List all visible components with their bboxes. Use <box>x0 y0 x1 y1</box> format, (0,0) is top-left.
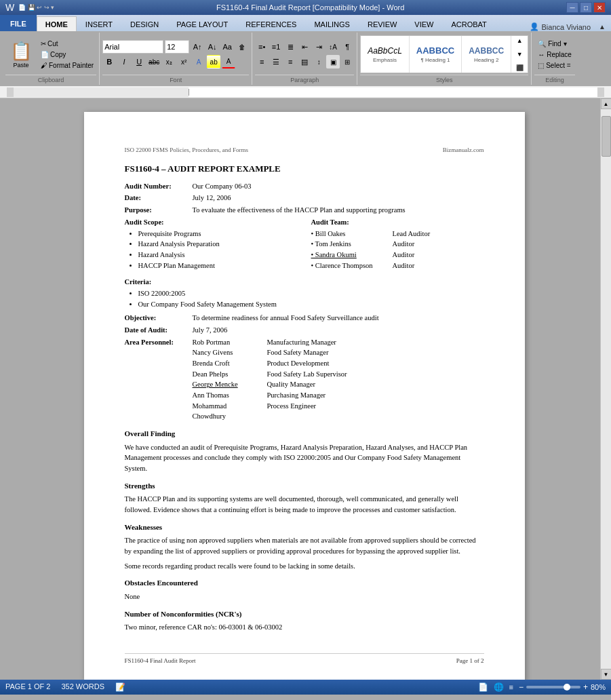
font-size-input[interactable] <box>165 40 189 54</box>
borders-button[interactable]: ⊞ <box>340 55 354 69</box>
style-heading1[interactable]: AABBCC ¶ Heading 1 <box>410 35 462 73</box>
font-name-input[interactable] <box>102 40 163 54</box>
scroll-down-button[interactable]: ▼ <box>601 669 612 680</box>
tab-home[interactable]: HOME <box>37 16 77 31</box>
shading-button[interactable]: ▣ <box>326 55 340 69</box>
align-center-button[interactable]: ☰ <box>269 55 283 69</box>
area-personnel-label: Area Personnel: <box>125 338 193 423</box>
ribbon-collapse-icon[interactable]: ▲ <box>599 23 606 31</box>
find-icon: 🔍 <box>538 40 546 47</box>
scroll-up-button[interactable]: ▲ <box>601 98 612 109</box>
tab-page-layout[interactable]: PAGE LAYOUT <box>167 16 237 31</box>
zoom-slider[interactable] <box>526 686 580 688</box>
change-case-button[interactable]: Aa <box>220 40 234 54</box>
text-highlight-button[interactable]: ab <box>207 55 220 69</box>
find-button[interactable]: 🔍 Find ▾ <box>534 39 575 49</box>
tab-insert[interactable]: INSERT <box>77 16 121 31</box>
tab-references[interactable]: REFERENCES <box>237 16 305 31</box>
close-button[interactable]: ✕ <box>593 2 606 13</box>
tab-acrobat[interactable]: ACROBAT <box>442 16 495 31</box>
italic-button[interactable]: I <box>117 55 131 69</box>
purpose-row: Purpose: To evaluate the effectiveness o… <box>125 206 484 216</box>
align-left-button[interactable]: ≡ <box>255 55 269 69</box>
view-web-icon[interactable]: 🌐 <box>494 682 504 692</box>
paragraph-label: Paragraph <box>255 75 354 83</box>
audit-scope-list: Prerequisite Programs Hazard Analysis Pr… <box>125 229 298 271</box>
find-arrow: ▾ <box>564 40 567 47</box>
maximize-button[interactable]: □ <box>580 2 592 13</box>
copy-label: Copy <box>50 51 66 58</box>
multilevel-button[interactable]: ≣ <box>283 40 297 54</box>
view-outline-icon[interactable]: ≡ <box>509 683 513 691</box>
decrease-indent-button[interactable]: ⇤ <box>298 40 311 54</box>
audit-scope-label: Audit Scope: <box>125 218 298 228</box>
replace-button[interactable]: ↔ Replace <box>534 50 575 60</box>
select-button[interactable]: ⬚ Select = <box>534 60 575 71</box>
team-member-row: • Sandra Okumi Auditor <box>311 250 484 260</box>
tab-review[interactable]: REVIEW <box>359 16 406 31</box>
minimize-button[interactable]: ─ <box>566 2 578 13</box>
purpose-label: Purpose: <box>125 206 193 216</box>
format-painter-button[interactable]: 🖌 Format Painter <box>38 60 96 71</box>
show-hide-button[interactable]: ¶ <box>340 40 354 54</box>
person-row: George Mencke Quality Manager <box>193 380 347 390</box>
tab-design[interactable]: DESIGN <box>121 16 167 31</box>
text-effects-button[interactable]: A <box>192 55 205 69</box>
list-item: Hazard Analysis Preparation <box>138 239 298 250</box>
date-of-audit-value: July 7, 2006 <box>193 326 484 336</box>
line-spacing-button[interactable]: ↕ <box>312 55 326 69</box>
scope-team-section: Audit Scope: Prerequisite Programs Hazar… <box>125 218 484 273</box>
cut-button[interactable]: ✂ Cut <box>38 39 96 49</box>
ruler: 1 2 3 4 5 <box>0 86 611 98</box>
paste-icon: 📋 <box>10 41 32 62</box>
justify-button[interactable]: ▤ <box>298 55 311 69</box>
copy-button[interactable]: 📄 Copy <box>38 50 96 60</box>
zoom-thumb <box>564 684 570 691</box>
format-painter-label: Format Painter <box>49 62 94 69</box>
document-container[interactable]: ISO 22000 FSMS Policies, Procedures, and… <box>8 98 600 680</box>
tab-view[interactable]: VIEW <box>406 16 442 31</box>
styles-scroll-up[interactable]: ▲ <box>513 35 526 47</box>
cut-icon: ✂ <box>41 40 46 47</box>
document-page[interactable]: ISO 22000 FSMS Policies, Procedures, and… <box>84 112 525 680</box>
increase-indent-button[interactable]: ⇥ <box>312 40 326 54</box>
scroll-track[interactable] <box>601 109 612 669</box>
font-group: A↑ A↓ Aa 🗑 B I U abc x₂ x² A ab A Fo <box>100 33 252 85</box>
scroll-thumb[interactable] <box>602 116 611 157</box>
bullets-button[interactable]: ≡• <box>255 40 269 54</box>
person-row: Nancy Givens Food Safety Manager <box>193 348 347 358</box>
ruler-area: 1 2 3 4 5 <box>14 88 597 97</box>
font-grow-button[interactable]: A↑ <box>191 40 204 54</box>
view-print-icon[interactable]: 📄 <box>478 682 488 692</box>
clipboard-group: 📋 Paste ✂ Cut 📄 Copy 🖌 Format Painter Cl… <box>3 33 100 85</box>
style-heading2[interactable]: AABBCC Heading 2 <box>462 35 511 73</box>
tab-mailings[interactable]: MAILINGS <box>305 16 359 31</box>
overall-finding-heading: Overall Finding <box>125 429 484 439</box>
styles-scroll-down[interactable]: ▼ <box>513 47 526 61</box>
styles-expand[interactable]: ⬛ <box>513 61 526 73</box>
font-shrink-button[interactable]: A↓ <box>205 40 219 54</box>
zoom-percent: 80% <box>591 683 606 691</box>
zoom-out-button[interactable]: − <box>519 682 524 692</box>
font-color-button[interactable]: A <box>222 55 235 69</box>
clear-formatting-button[interactable]: 🗑 <box>235 40 249 54</box>
tab-file[interactable]: FILE <box>0 15 37 31</box>
superscript-button[interactable]: x² <box>177 55 191 69</box>
align-right-button[interactable]: ≡ <box>283 55 297 69</box>
subscript-button[interactable]: x₂ <box>162 55 176 69</box>
weaknesses-heading: Weaknesses <box>125 522 484 532</box>
person-row: MohammadChowdhury Process Engineer <box>193 402 347 421</box>
bold-button[interactable]: B <box>102 55 116 69</box>
team-member-row: • Clarence Thompson Auditor <box>311 261 484 271</box>
zoom-in-button[interactable]: + <box>583 682 588 692</box>
sort-button[interactable]: ↕A <box>326 40 340 54</box>
numbering-button[interactable]: ≡1 <box>269 40 283 54</box>
document-footer: FS1160-4 Final Audit Report Page 1 of 2 <box>125 653 484 665</box>
strikethrough-button[interactable]: abc <box>147 55 161 69</box>
underline-button[interactable]: U <box>132 55 146 69</box>
purpose-value: To evaluate the effectiveness of the HAC… <box>193 206 484 216</box>
style-emphasis[interactable]: AaBbCcL Emphasis <box>361 35 410 73</box>
paste-button[interactable]: 📋 Paste <box>5 39 37 71</box>
weaknesses-text1: The practice of using non approved suppl… <box>125 535 484 557</box>
team-member-row: • Bill Oakes Lead Auditor <box>311 229 484 239</box>
